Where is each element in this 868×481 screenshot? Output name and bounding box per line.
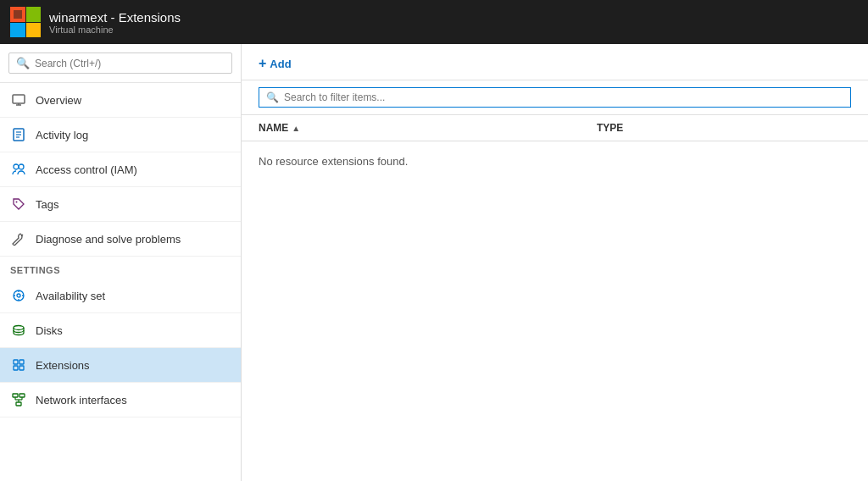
filter-input-container[interactable]: 🔍 (259, 87, 851, 108)
extensions-table: NAME ▲ TYPE No resource extensions found… (242, 115, 868, 481)
sidebar-item-tags[interactable]: Tags (0, 187, 241, 222)
filter-search-icon: 🔍 (266, 91, 279, 103)
add-button[interactable]: + Add (259, 56, 292, 71)
search-icon: 🔍 (16, 57, 30, 69)
svg-rect-3 (26, 23, 41, 37)
sidebar-item-activity-log[interactable]: Activity log (0, 118, 241, 152)
tags-icon (10, 196, 27, 213)
svg-point-22 (14, 326, 24, 330)
sidebar-content: Overview Activity log (0, 83, 241, 481)
empty-message: No resource extensions found. (242, 141, 868, 181)
sidebar-item-network[interactable]: Network interfaces (0, 383, 241, 417)
svg-rect-23 (14, 360, 18, 364)
extensions-icon (10, 357, 27, 373)
sidebar-label-diagnose: Diagnose and solve problems (36, 233, 181, 246)
sort-icon: ▲ (292, 124, 300, 133)
col-header-name[interactable]: NAME ▲ (259, 122, 597, 134)
svg-rect-4 (14, 10, 22, 19)
svg-rect-24 (19, 360, 24, 364)
filter-input[interactable] (284, 91, 843, 103)
main-content: + Add 🔍 NAME ▲ TYPE No resource extensio… (242, 44, 868, 481)
search-input[interactable] (35, 58, 225, 69)
svg-rect-27 (13, 394, 18, 397)
sidebar-label-tags: Tags (36, 198, 58, 211)
app-header: winarmext - Extensions Virtual machine (0, 0, 868, 44)
sidebar-label-network: Network interfaces (36, 394, 127, 406)
log-icon (10, 126, 27, 143)
svg-rect-29 (16, 402, 21, 406)
main-toolbar: + Add (242, 44, 868, 80)
app-logo (10, 7, 41, 37)
svg-point-13 (19, 164, 24, 169)
filter-bar: 🔍 (242, 80, 868, 115)
sidebar-search-inner[interactable]: 🔍 (8, 53, 232, 74)
sidebar-label-overview: Overview (36, 94, 81, 107)
add-button-label: Add (270, 58, 291, 70)
table-header-row: NAME ▲ TYPE (242, 115, 868, 141)
svg-point-14 (16, 202, 18, 203)
col-header-type[interactable]: TYPE (597, 122, 851, 134)
body: 🔍 Overview (0, 44, 868, 481)
iam-icon (10, 161, 27, 178)
svg-rect-2 (10, 23, 25, 37)
sidebar-label-availability: Availability set (36, 290, 105, 302)
svg-point-17 (17, 294, 20, 297)
svg-rect-5 (13, 95, 25, 103)
app-name: winarmext - Extensions (49, 10, 181, 25)
svg-point-12 (14, 164, 19, 169)
app-subtitle: Virtual machine (49, 25, 181, 35)
plus-icon: + (259, 56, 266, 71)
sidebar: 🔍 Overview (0, 44, 242, 481)
sidebar-item-overview[interactable]: Overview (0, 83, 241, 118)
sidebar-item-iam[interactable]: Access control (IAM) (0, 152, 241, 187)
sidebar-label-iam: Access control (IAM) (36, 163, 137, 176)
sidebar-label-activity-log: Activity log (36, 129, 88, 141)
header-title-group: winarmext - Extensions Virtual machine (49, 10, 181, 35)
disks-icon (10, 322, 27, 339)
sidebar-label-disks: Disks (36, 324, 63, 337)
network-icon (10, 391, 27, 408)
availability-icon (10, 287, 27, 304)
sidebar-item-disks[interactable]: Disks (0, 313, 241, 348)
svg-rect-1 (26, 7, 41, 22)
sidebar-label-extensions: Extensions (36, 359, 90, 372)
wrench-icon (10, 230, 27, 247)
svg-rect-26 (19, 366, 24, 370)
sidebar-item-diagnose[interactable]: Diagnose and solve problems (0, 222, 241, 257)
sidebar-search-container: 🔍 (0, 44, 241, 83)
monitor-icon (10, 91, 27, 108)
sidebar-item-availability-set[interactable]: Availability set (0, 279, 241, 313)
sidebar-item-extensions[interactable]: Extensions (0, 348, 241, 383)
svg-rect-28 (19, 394, 25, 397)
svg-rect-25 (14, 366, 18, 370)
settings-section-header: SETTINGS (0, 257, 241, 279)
